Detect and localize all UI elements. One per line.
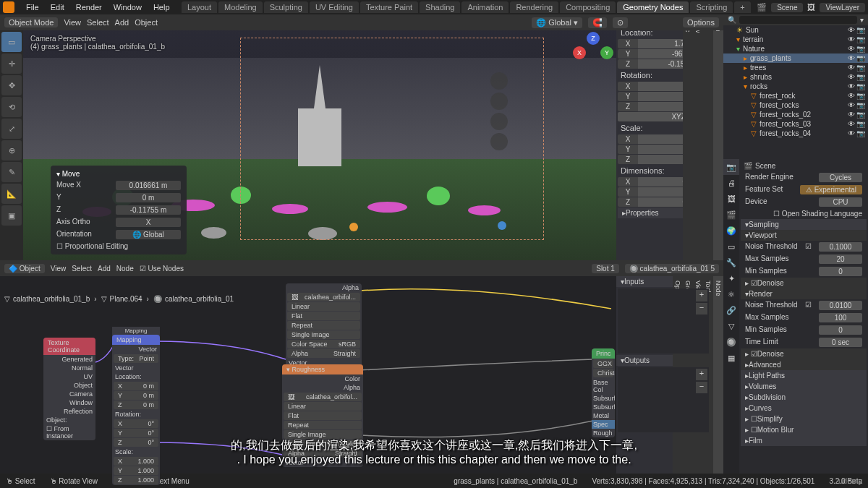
denoise-vp-header[interactable]: ▸ ☑ Denoise: [741, 278, 867, 288]
menu-file[interactable]: File: [20, 3, 45, 12]
ws-tab-sculpting[interactable]: Sculpting: [264, 1, 308, 13]
proportional-toggle[interactable]: ⊙: [613, 17, 628, 28]
max-samples-r[interactable]: 100: [819, 313, 862, 322]
light-paths-header[interactable]: ▸ Light Paths: [741, 370, 867, 381]
use-nodes-checkbox[interactable]: ☑ Use Nodes: [140, 265, 184, 273]
advanced-header[interactable]: ▸ Advanced: [741, 359, 867, 370]
render-sampling-header[interactable]: ▾ Render: [741, 288, 867, 299]
n-tab-item[interactable]: Item: [713, 14, 723, 260]
outliner-item[interactable]: ▽forest_rocks_03👁📷: [723, 119, 868, 129]
outliner-filter-icon[interactable]: 🔍: [728, 16, 736, 24]
min-samples-r[interactable]: 0: [819, 325, 862, 335]
axis-ortho-dropdown[interactable]: X: [116, 218, 181, 227]
prop-tab-data[interactable]: ▽: [723, 318, 739, 334]
node-texture-coordinate[interactable]: Texture Coordinate Generated Normal UV O…: [43, 338, 95, 440]
prop-tab-output[interactable]: 🖨: [723, 175, 739, 191]
outliner-item[interactable]: ▽forest_rock👁📷: [723, 91, 868, 100]
outliner-item[interactable]: ▾terrain👁📷: [723, 35, 868, 44]
node-object-dropdown[interactable]: 🔷 Object: [4, 264, 45, 273]
prop-tab-scene[interactable]: 🎬: [723, 207, 739, 223]
ws-tab-uv[interactable]: UV Editing: [310, 1, 359, 13]
outliner-filter-button[interactable]: ▾: [860, 16, 864, 24]
ws-tab-animation[interactable]: Animation: [461, 1, 509, 13]
ws-tab-shading[interactable]: Shading: [420, 1, 460, 13]
ws-tab-rendering[interactable]: Rendering: [510, 1, 558, 13]
tool-transform[interactable]: ⊕: [1, 140, 22, 160]
outliner-item[interactable]: ▸grass_plants👁📷: [723, 53, 868, 63]
hdr-add[interactable]: Add: [115, 18, 129, 27]
tool-annotate[interactable]: ✎: [1, 162, 22, 182]
node-image-texture-1[interactable]: Alpha 🖼 calathea_orbifol... Linear Flat …: [286, 283, 362, 367]
volumes-header[interactable]: ▸ Volumes: [741, 381, 867, 392]
slot-dropdown[interactable]: Slot 1: [592, 264, 619, 273]
min-samples-vp[interactable]: 0: [819, 267, 862, 276]
nhdr-add[interactable]: Add: [98, 265, 111, 273]
ws-tab-scripting[interactable]: Scripting: [690, 1, 733, 13]
bc-object[interactable]: ▽ calathea_orbifolia_01_b: [4, 295, 90, 303]
prop-tab-particle[interactable]: ✦: [723, 270, 739, 286]
hdr-select[interactable]: Select: [87, 18, 109, 27]
move-z-value[interactable]: -0.11755 m: [116, 205, 181, 215]
nhdr-node[interactable]: Node: [116, 265, 134, 273]
outliner-item[interactable]: ▸trees👁📷: [723, 63, 868, 72]
bc-mesh[interactable]: ▽ Plane.064: [101, 295, 142, 303]
prop-tab-texture[interactable]: ▦: [723, 350, 739, 366]
viewport-3d-canvas[interactable]: Camera Perspective (4) grass_plants | ca…: [23, 14, 616, 260]
mode-dropdown[interactable]: Object Mode: [4, 17, 58, 27]
move-x-value[interactable]: 0.016661 m: [116, 181, 181, 190]
viewlayer-name-field[interactable]: ViewLayer: [820, 3, 865, 12]
menu-edit[interactable]: Edit: [45, 3, 70, 12]
prop-tab-render[interactable]: 📷: [723, 159, 739, 175]
pan-tool-icon[interactable]: [490, 93, 508, 110]
time-limit[interactable]: 0 sec: [819, 338, 862, 347]
menu-help[interactable]: Help: [148, 3, 176, 12]
outliner-item[interactable]: ▸shrubs👁📷: [723, 72, 868, 82]
outliner-search[interactable]: [739, 16, 857, 24]
n-tab-tool[interactable]: Tool: [703, 14, 713, 260]
ws-tab-layout[interactable]: Layout: [182, 1, 217, 13]
tool-move[interactable]: ✥: [1, 75, 22, 95]
noise-thresh-vp[interactable]: 0.1000: [819, 242, 862, 252]
prop-tab-constraint[interactable]: 🔗: [723, 302, 739, 318]
tool-cursor[interactable]: ✛: [1, 53, 22, 74]
snap-toggle[interactable]: 🧲: [588, 17, 607, 28]
motion-blur-header[interactable]: ▸ ☐ Motion Blur: [741, 424, 867, 435]
orientation-dropdown[interactable]: 🌐 Global ▾: [532, 17, 582, 28]
n-tab-view[interactable]: View: [693, 14, 703, 260]
nhdr-select[interactable]: Select: [72, 265, 92, 273]
simplify-header[interactable]: ▸ ☐ Simplify: [741, 414, 867, 424]
subdivision-header[interactable]: ▸ Subdivision: [741, 392, 867, 403]
prop-tab-viewlayer[interactable]: 🖼: [723, 191, 739, 207]
curves-header[interactable]: ▸ Curves: [741, 403, 867, 414]
denoise-r-header[interactable]: ▸ ☑ Denoise: [741, 348, 867, 359]
ws-tab-geonodes[interactable]: Geometry Nodes: [617, 1, 689, 13]
input-remove-button[interactable]: −: [696, 303, 707, 314]
ws-tab-compositing[interactable]: Compositing: [560, 1, 616, 13]
prop-tab-physics[interactable]: ⚛: [723, 286, 739, 302]
perspective-tool-icon[interactable]: [490, 133, 508, 150]
menu-window[interactable]: Window: [108, 3, 148, 12]
tool-rotate[interactable]: ⟲: [1, 97, 22, 117]
ws-tab-modeling[interactable]: Modeling: [218, 1, 263, 13]
camera-tool-icon[interactable]: [490, 113, 508, 130]
move-y-value[interactable]: 0 m: [116, 193, 181, 202]
outliner-item[interactable]: ▾Nature👁📷: [723, 44, 868, 53]
options-dropdown[interactable]: Options: [683, 17, 719, 27]
sampling-header[interactable]: ▾ Sampling: [741, 219, 867, 230]
output-remove-button[interactable]: −: [696, 382, 707, 393]
render-engine-dropdown[interactable]: Cycles: [819, 173, 862, 182]
scene-name-field[interactable]: Scene: [771, 3, 803, 12]
ws-tab-texpaint[interactable]: Texture Paint: [360, 1, 418, 13]
node-principled-bsdf[interactable]: Princ GGX Christen Base Col Subsurf Subs…: [592, 348, 615, 437]
move-operator-panel[interactable]: ▾ Move Move X0.016661 m Y0 m Z-0.11755 m…: [51, 166, 187, 254]
material-dropdown[interactable]: 🔘 calathea_orbifolia_01 5: [625, 264, 719, 273]
outliner-item[interactable]: ▽forest_rocks👁📷: [723, 100, 868, 110]
prop-tab-object[interactable]: ▭: [723, 239, 739, 254]
output-add-button[interactable]: +: [696, 369, 707, 380]
outliner-item[interactable]: ▾rocks👁📷: [723, 82, 868, 91]
feature-set-dropdown[interactable]: ⚠ Experimental: [800, 185, 862, 194]
zoom-tool-icon[interactable]: [490, 72, 508, 90]
navigation-gizmo[interactable]: Z X Y: [579, 36, 608, 65]
input-add-button[interactable]: +: [696, 290, 707, 301]
device-dropdown[interactable]: CPU: [819, 197, 862, 207]
